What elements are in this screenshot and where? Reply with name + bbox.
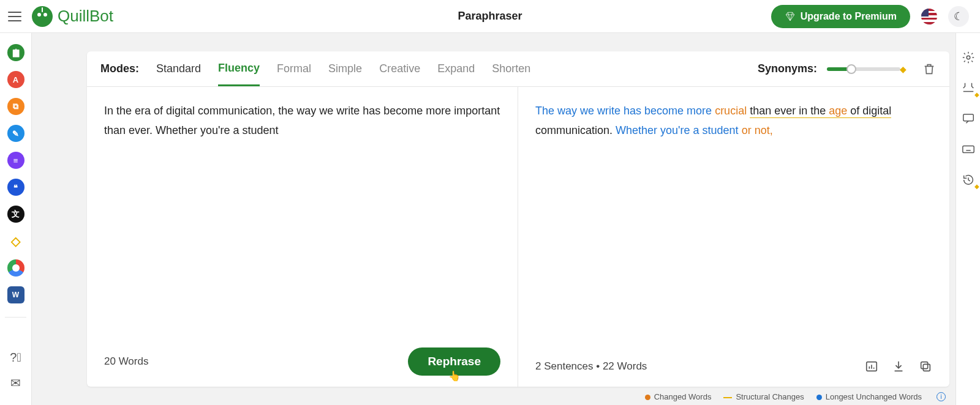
mode-tab-formal[interactable]: Formal [277,53,311,85]
paraphraser-card: Modes: StandardFluencyFormalSimpleCreati… [87,51,949,387]
output-segment[interactable]: age [829,105,847,118]
mode-tab-simple[interactable]: Simple [328,53,362,85]
diamond-badge-icon: ◆ [974,183,979,190]
mode-tab-creative[interactable]: Creative [379,53,420,85]
output-segment[interactable]: crucial [715,105,747,117]
keyboard-icon [962,143,975,156]
svg-rect-1 [963,114,973,121]
legend-structural: Structural Changes [723,392,804,401]
modes-toolbar: Modes: StandardFluencyFormalSimpleCreati… [87,51,949,87]
hotkeys-button[interactable] [961,142,976,157]
moon-icon: ☾ [954,10,963,23]
diamond-icon: ◆ [900,64,907,74]
pen-icon: ✎ [12,129,19,138]
app-header: QuillBot Paraphraser Upgrade to Premium … [0,0,980,33]
svg-rect-2 [962,146,973,153]
mail-icon: ✉ [10,376,21,390]
upgrade-premium-button[interactable]: Upgrade to Premium [771,5,910,28]
output-stats: 2 Sentences • 22 Words [535,357,647,376]
output-segment[interactable]: Whether you're a student [616,124,742,136]
sidebar-item-word-extension[interactable]: W [7,286,24,303]
svg-rect-5 [921,362,928,369]
rephrase-label: Rephrase [428,355,481,368]
clipboard-icon: 📋 [11,48,21,58]
output-segment[interactable]: than ever in the [750,105,829,118]
output-text[interactable]: The way we write has become more crucial… [535,102,932,140]
upgrade-label: Upgrade to Premium [801,11,897,22]
mode-tab-standard[interactable]: Standard [156,53,201,85]
copy-icon: ⧉ [13,102,18,111]
sidebar-item-paraphraser[interactable]: 📋 [7,44,24,61]
cursor-pointer-icon: 👆 [448,370,461,382]
gear-icon [962,51,975,64]
sidebar-item-citation-generator[interactable]: ❝ [7,179,24,196]
theme-toggle[interactable]: ☾ [948,6,969,27]
modes-label: Modes: [100,62,139,75]
robot-icon [32,6,53,27]
legend-changed: Changed Words [645,392,712,401]
chat-icon [962,112,975,125]
mode-tab-fluency[interactable]: Fluency [218,52,260,86]
input-text[interactable]: In the era of digital communication, the… [104,102,500,140]
input-word-count: 20 Words [104,352,148,371]
help-button[interactable]: ?⃝ [9,350,23,365]
output-segment[interactable]: The way we write has become more [535,105,715,117]
output-legend: Changed Words Structural Changes Longest… [645,392,946,401]
rephrase-button[interactable]: Rephrase 👆 [408,347,500,376]
right-rail: ◆ ◆ [956,33,980,405]
sidebar-item-summarizer[interactable]: ≡ [7,152,24,169]
language-flag-us[interactable] [921,9,937,24]
sidebar-item-translator[interactable]: 文 [7,206,24,223]
lines-icon: ≡ [13,156,18,165]
brand-name: QuillBot [58,7,113,26]
page-title: Paraphraser [458,10,522,23]
tool-sidebar: 📋 A ⧉ ✎ ≡ ❝ 文 ◇ W ?⃝ ✉ [0,33,32,405]
output-actions [865,360,932,373]
copy-icon[interactable] [919,360,932,373]
synonyms-label: Synonyms: [758,62,817,75]
brand-logo[interactable]: QuillBot [32,6,113,27]
clear-input-button[interactable] [922,62,936,76]
output-pane[interactable]: The way we write has become more crucial… [518,87,949,387]
synonyms-slider[interactable]: ◆ [827,67,900,71]
translate-icon: 文 [12,209,20,220]
svg-rect-4 [923,364,930,371]
settings-button[interactable] [961,50,976,65]
compare-icon [962,81,975,95]
letter-a-check-icon: A [13,75,18,84]
sidebar-item-premium[interactable]: ◇ [7,232,24,250]
legend-info-icon[interactable]: i [937,392,946,401]
history-icon [962,173,975,187]
statistics-icon[interactable] [865,360,878,373]
sidebar-item-co-writer[interactable]: ✎ [7,125,24,142]
contact-button[interactable]: ✉ [9,376,23,390]
output-segment[interactable]: or not, [742,124,773,136]
input-pane[interactable]: In the era of digital communication, the… [87,87,518,387]
word-icon: W [12,291,19,299]
sidebar-item-grammar-checker[interactable]: A [7,71,24,88]
mode-tab-expand[interactable]: Expand [437,53,475,85]
legend-longest: Longest Unchanged Words [816,392,922,401]
output-segment[interactable]: of digital [847,105,891,118]
svg-point-0 [967,56,970,59]
sidebar-divider [5,317,27,318]
editor-panes: In the era of digital communication, the… [87,87,949,387]
download-icon[interactable] [892,360,905,373]
menu-button[interactable] [6,8,23,25]
feedback-button[interactable] [961,111,976,126]
workspace: Modes: StandardFluencyFormalSimpleCreati… [32,33,956,405]
help-icon: ?⃝ [10,351,21,365]
sidebar-item-plagiarism-checker[interactable]: ⧉ [7,98,24,115]
slider-knob[interactable] [846,64,856,74]
history-button[interactable]: ◆ [961,173,976,187]
diamond-badge-icon: ◆ [974,91,979,98]
trash-icon [922,62,936,76]
diamond-icon [785,11,796,22]
compare-modes-button[interactable]: ◆ [961,81,976,95]
output-segment[interactable]: communication. [535,124,616,136]
diamond-outline-icon: ◇ [11,234,20,248]
sidebar-item-chrome-extension[interactable] [7,259,24,277]
mode-tab-shorten[interactable]: Shorten [492,53,530,85]
quote-icon: ❝ [13,183,18,192]
